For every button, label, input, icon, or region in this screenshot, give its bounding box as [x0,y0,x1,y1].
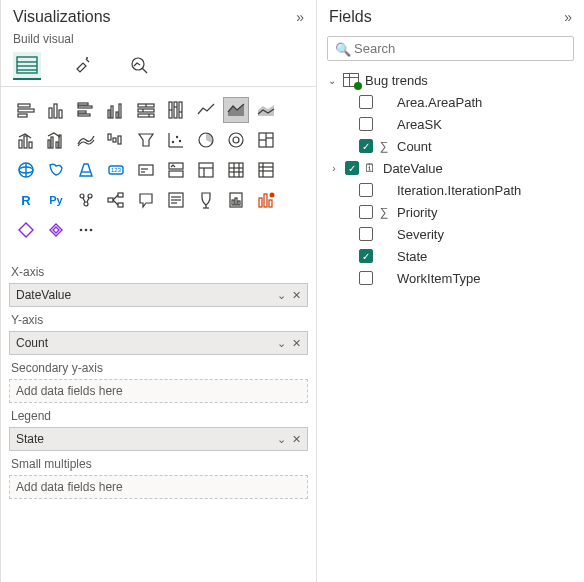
svg-rect-8 [18,109,34,112]
area-chart-icon[interactable] [223,97,249,123]
field-checkbox[interactable] [359,117,373,131]
azure-map-icon[interactable] [73,157,99,183]
filled-map-icon[interactable] [43,157,69,183]
svg-rect-16 [78,114,90,116]
field-row[interactable]: Iteration.IterationPath [323,179,578,201]
field-row[interactable]: Severity [323,223,578,245]
line-stacked-column-icon[interactable] [13,127,39,153]
svg-rect-41 [113,138,116,142]
x-axis-dropdown-icon[interactable]: ⌄ [277,289,286,302]
svg-point-50 [233,137,239,143]
build-visual-tab[interactable] [13,52,41,80]
field-checkbox[interactable] [359,95,373,109]
map-icon[interactable] [13,157,39,183]
svg-rect-19 [116,112,118,118]
waterfall-chart-icon[interactable] [103,127,129,153]
clustered-bar-chart-icon[interactable] [73,97,99,123]
field-checkbox[interactable]: ✓ [345,161,359,175]
stacked-bar-chart-icon[interactable] [13,97,39,123]
matrix-icon[interactable] [253,157,279,183]
secondary-y-well[interactable]: Add data fields here [9,379,308,403]
y-axis-well[interactable]: Count ⌄✕ [9,331,308,355]
build-visual-label: Build visual [1,30,316,52]
legend-well[interactable]: State ⌄✕ [9,427,308,451]
field-row[interactable]: AreaSK [323,113,578,135]
y-axis-remove-icon[interactable]: ✕ [292,337,301,350]
svg-rect-74 [259,163,273,177]
stacked-area-chart-icon[interactable] [253,97,279,123]
svg-rect-12 [59,110,62,118]
svg-rect-66 [199,163,213,177]
y-axis-dropdown-icon[interactable]: ⌄ [277,337,286,350]
field-checkbox[interactable] [359,205,373,219]
svg-rect-7 [18,104,30,107]
goals-icon[interactable] [193,187,219,213]
field-checkbox[interactable] [359,183,373,197]
multi-row-card-icon[interactable] [163,157,189,183]
table-expand-icon[interactable]: ⌄ [325,75,339,86]
pie-chart-icon[interactable] [193,127,219,153]
svg-rect-38 [56,142,58,148]
collapse-visualizations-icon[interactable]: » [296,9,304,25]
field-name: Count [395,139,576,154]
table-row[interactable]: ⌄ Bug trends [323,69,578,91]
field-row[interactable]: ∑ Priority [323,201,578,223]
field-row[interactable]: ✓ State [323,245,578,267]
r-visual-icon[interactable]: R [13,187,39,213]
power-automate-icon[interactable] [13,217,39,243]
field-name: Iteration.IterationPath [395,183,576,198]
smart-narrative-icon[interactable] [163,187,189,213]
legend-dropdown-icon[interactable]: ⌄ [277,433,286,446]
funnel-chart-icon[interactable] [133,127,159,153]
small-multiples-well[interactable]: Add data fields here [9,475,308,499]
legend-remove-icon[interactable]: ✕ [292,433,301,446]
line-clustered-column-icon[interactable] [43,127,69,153]
svg-rect-61 [139,165,153,175]
python-visual-icon[interactable]: Py [43,187,69,213]
decomposition-tree-icon[interactable] [103,187,129,213]
donut-chart-icon[interactable] [223,127,249,153]
field-row[interactable]: Area.AreaPath [323,91,578,113]
ribbon-chart-icon[interactable] [73,127,99,153]
collapse-fields-icon[interactable]: » [564,9,572,25]
line-chart-icon[interactable] [193,97,219,123]
clustered-column-chart-icon[interactable] [103,97,129,123]
hundred-stacked-bar-icon[interactable] [133,97,159,123]
field-checkbox[interactable] [359,227,373,241]
field-row[interactable]: › ✓ 🗓 DateValue [323,157,578,179]
svg-line-82 [87,198,89,202]
search-icon: 🔍 [335,41,351,56]
analytics-tab[interactable] [125,52,153,80]
kpi-icon[interactable] [193,157,219,183]
treemap-icon[interactable] [253,127,279,153]
qa-visual-icon[interactable] [133,187,159,213]
format-visual-tab[interactable] [69,52,97,80]
y-axis-value: Count [16,336,48,350]
sigma-icon: ∑ [377,139,391,153]
search-input[interactable] [327,36,574,61]
svg-point-101 [270,193,275,198]
stacked-column-chart-icon[interactable] [43,97,69,123]
field-expand-icon[interactable]: › [327,163,341,174]
svg-rect-11 [54,104,57,118]
field-checkbox[interactable] [359,271,373,285]
svg-rect-29 [174,102,177,118]
x-axis-remove-icon[interactable]: ✕ [292,289,301,302]
power-apps-icon[interactable] [253,187,279,213]
get-more-visuals-icon[interactable] [43,217,69,243]
paginated-report-icon[interactable] [223,187,249,213]
scatter-chart-icon[interactable] [163,127,189,153]
key-influencers-icon[interactable] [73,187,99,213]
card-icon[interactable] [133,157,159,183]
field-checkbox[interactable]: ✓ [359,139,373,153]
field-checkbox[interactable]: ✓ [359,249,373,263]
svg-point-47 [179,140,181,142]
more-options-icon[interactable] [73,217,99,243]
gauge-icon[interactable]: 123 [103,157,129,183]
field-row[interactable]: ✓ ∑ Count [323,135,578,157]
field-row[interactable]: WorkItemType [323,267,578,289]
table-icon[interactable] [223,157,249,183]
hundred-stacked-column-icon[interactable] [163,97,189,123]
x-axis-well[interactable]: DateValue ⌄✕ [9,283,308,307]
small-multiples-label: Small multiples [11,457,308,471]
